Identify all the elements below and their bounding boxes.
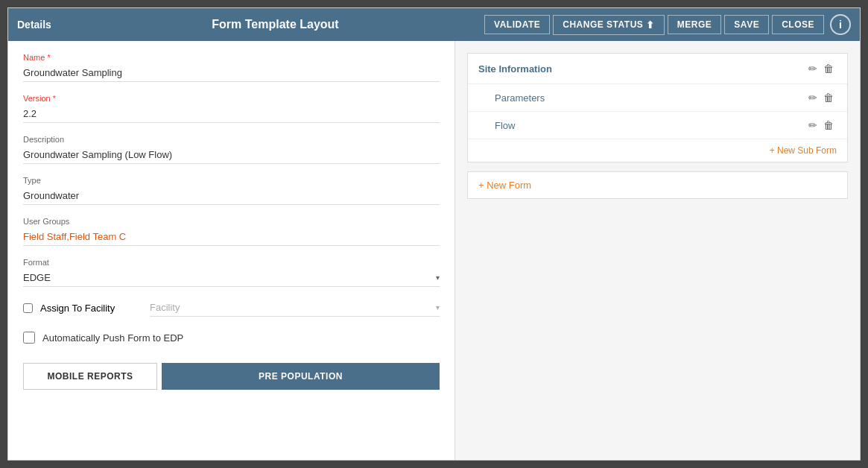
name-field-group: Name Groundwater Sampling (23, 53, 440, 82)
facility-select-wrapper: Facility ▾ (150, 299, 440, 317)
save-button[interactable]: SAVE (724, 15, 769, 34)
auto-push-checkbox[interactable] (23, 332, 35, 344)
details-label: Details (17, 19, 51, 31)
new-sub-form-button[interactable]: + New Sub Form (468, 139, 847, 162)
version-value: 2.2 (23, 105, 440, 123)
main-content: Name Groundwater Sampling Version 2.2 De… (8, 41, 860, 460)
chevron-down-icon: ▾ (436, 273, 440, 282)
assign-facility-group: Assign To Facility (23, 303, 142, 314)
page-title: Form Template Layout (66, 18, 484, 31)
assign-facility-label: Assign To Facility (40, 303, 115, 314)
upload-icon: ⬆ (646, 19, 655, 31)
delete-site-info-button[interactable]: 🗑 (820, 61, 837, 76)
header-actions: VALIDATE CHANGE STATUS ⬆ MERGE SAVE CLOS… (484, 14, 851, 35)
auto-push-label: Automatically Push Form to EDP (42, 332, 183, 344)
facility-select[interactable]: Facility (150, 302, 436, 313)
format-select[interactable]: EDGE (23, 272, 436, 283)
change-status-button[interactable]: CHANGE STATUS ⬆ (553, 15, 665, 35)
site-info-card: Site Information ✏ 🗑 Parameters ✏ 🗑 Flow… (467, 53, 848, 162)
type-label: Type (23, 176, 440, 185)
facility-row: Assign To Facility Facility ▾ (23, 299, 440, 317)
auto-push-row: Automatically Push Form to EDP (23, 332, 440, 344)
parameters-item: Parameters ✏ 🗑 (468, 84, 847, 112)
format-row: EDGE ▾ (23, 269, 440, 287)
header: Details Form Template Layout VALIDATE CH… (8, 8, 860, 41)
info-button[interactable]: i (830, 14, 851, 35)
user-groups-label: User Groups (23, 217, 440, 226)
facility-chevron-icon: ▾ (436, 303, 440, 312)
type-field-group: Type Groundwater (23, 176, 440, 205)
delete-parameters-button[interactable]: 🗑 (820, 90, 837, 105)
flow-label: Flow (495, 120, 805, 131)
site-info-header: Site Information ✏ 🗑 (468, 54, 847, 84)
user-groups-value: Field Staff,Field Team C (23, 228, 440, 246)
pre-population-button[interactable]: PRE POPULATION (162, 363, 440, 390)
assign-facility-checkbox[interactable] (23, 303, 33, 313)
edit-flow-button[interactable]: ✏ (805, 118, 820, 133)
description-field-group: Description Groundwater Sampling (Low Fl… (23, 135, 440, 164)
flow-item: Flow ✏ 🗑 (468, 112, 847, 139)
bottom-buttons: MOBILE REPORTS PRE POPULATION (23, 355, 440, 390)
type-value: Groundwater (23, 187, 440, 205)
edit-site-info-button[interactable]: ✏ (805, 61, 820, 76)
format-field-group: Format EDGE ▾ (23, 258, 440, 287)
validate-button[interactable]: VALIDATE (484, 15, 550, 34)
mobile-reports-button[interactable]: MOBILE REPORTS (23, 363, 157, 390)
format-label: Format (23, 258, 440, 267)
delete-flow-button[interactable]: 🗑 (820, 118, 837, 133)
edit-parameters-button[interactable]: ✏ (805, 90, 820, 105)
description-label: Description (23, 135, 440, 144)
merge-button[interactable]: MERGE (668, 15, 722, 34)
parameters-label: Parameters (495, 92, 805, 104)
left-panel: Name Groundwater Sampling Version 2.2 De… (8, 41, 455, 460)
version-label: Version (23, 94, 440, 103)
right-panel: Site Information ✏ 🗑 Parameters ✏ 🗑 Flow… (455, 41, 860, 460)
name-value: Groundwater Sampling (23, 64, 440, 82)
user-groups-field-group: User Groups Field Staff,Field Team C (23, 217, 440, 246)
close-button[interactable]: CLOSE (772, 15, 824, 34)
site-info-title: Site Information (478, 63, 805, 75)
version-field-group: Version 2.2 (23, 94, 440, 123)
description-value: Groundwater Sampling (Low Flow) (23, 146, 440, 164)
new-form-button[interactable]: + New Form (467, 171, 848, 199)
name-label: Name (23, 53, 440, 62)
